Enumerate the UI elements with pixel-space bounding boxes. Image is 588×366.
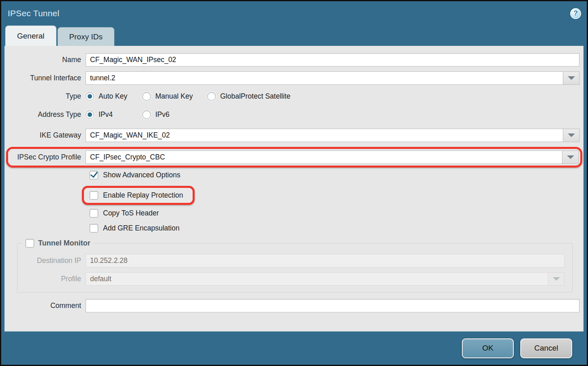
monitor-profile-dropdown-button — [548, 273, 564, 285]
radio-button-icon[interactable] — [207, 92, 216, 101]
chevron-down-icon — [568, 133, 575, 137]
tunnel-interface-select[interactable] — [86, 71, 579, 85]
chevron-down-icon — [568, 76, 575, 80]
monitor-profile-row: Profile — [17, 272, 568, 286]
radio-manual-key[interactable]: Manual Key — [142, 92, 207, 101]
ike-gateway-row: IKE Gateway — [5, 129, 583, 142]
add-gre-encapsulation-row: Add GRE Encapsulation — [90, 224, 583, 233]
chevron-down-icon — [567, 155, 574, 159]
tunnel-interface-value[interactable] — [86, 72, 563, 84]
radio-auto-key-label: Auto Key — [99, 92, 127, 101]
address-type-row: Address Type IPv4 IPv6 — [5, 110, 583, 119]
radio-button-icon[interactable] — [86, 92, 94, 101]
radio-button-icon[interactable] — [86, 110, 94, 119]
name-input[interactable] — [86, 53, 579, 67]
radio-ipv4-label: IPv4 — [99, 110, 113, 119]
radio-ipv4[interactable]: IPv4 — [86, 110, 142, 119]
enable-replay-protection-row: Enable Replay Protection — [90, 191, 183, 200]
tunnel-monitor-label: Tunnel Monitor — [38, 239, 90, 248]
crypto-profile-highlight-annotation: IPSec Crypto Profile — [6, 147, 582, 168]
tab-proxy-ids[interactable]: Proxy IDs — [58, 27, 114, 46]
address-type-radio-group: IPv4 IPv6 — [86, 110, 207, 119]
ok-button[interactable]: OK — [462, 338, 514, 358]
radio-auto-key[interactable]: Auto Key — [86, 92, 142, 101]
radio-button-icon[interactable] — [142, 92, 151, 101]
copy-tos-header-checkbox[interactable] — [90, 209, 98, 217]
dialog-titlebar: IPSec Tunnel ? — [1, 1, 587, 26]
tunnel-monitor-legend: Tunnel Monitor — [22, 239, 94, 248]
tunnel-interface-dropdown-button[interactable] — [563, 72, 579, 84]
add-gre-encapsulation-checkbox[interactable] — [90, 224, 98, 233]
type-row: Type Auto Key Manual Key GlobalProtect S… — [5, 92, 583, 101]
general-tab-panel: Name Tunnel Interface Type — [4, 46, 584, 332]
dialog-footer: OK Cancel — [1, 332, 587, 365]
monitor-profile-select — [86, 272, 564, 286]
enable-replay-protection-label: Enable Replay Protection — [103, 191, 183, 200]
replay-protection-highlight-annotation: Enable Replay Protection — [82, 186, 195, 205]
enable-replay-protection-checkbox[interactable] — [90, 191, 98, 200]
chevron-down-icon — [553, 277, 560, 281]
tunnel-interface-row: Tunnel Interface — [5, 71, 583, 85]
type-label: Type — [5, 92, 86, 101]
ipsec-tunnel-dialog: IPSec Tunnel ? General Proxy IDs Name Tu… — [0, 0, 588, 366]
monitor-profile-value — [86, 273, 548, 285]
ike-gateway-value[interactable] — [86, 129, 563, 142]
ipsec-crypto-profile-row: IPSec Crypto Profile — [8, 151, 580, 164]
tab-general[interactable]: General — [5, 26, 56, 46]
tunnel-interface-label: Tunnel Interface — [5, 74, 86, 82]
cancel-button[interactable]: Cancel — [520, 338, 572, 358]
radio-button-icon[interactable] — [142, 110, 151, 119]
ike-gateway-label: IKE Gateway — [5, 131, 86, 140]
monitor-profile-label: Profile — [17, 275, 86, 283]
destination-ip-row: Destination IP — [17, 254, 568, 267]
tunnel-monitor-section: Tunnel Monitor Destination IP Profile — [17, 239, 573, 293]
add-gre-encapsulation-label: Add GRE Encapsulation — [103, 224, 180, 233]
ike-gateway-dropdown-button[interactable] — [563, 129, 579, 142]
type-radio-group: Auto Key Manual Key GlobalProtect Satell… — [86, 92, 290, 101]
show-advanced-options-checkbox[interactable] — [90, 171, 98, 179]
radio-globalprotect-satellite-label: GlobalProtect Satellite — [220, 92, 290, 101]
ipsec-crypto-profile-label: IPSec Crypto Profile — [8, 153, 86, 161]
ipsec-crypto-profile-value[interactable] — [86, 151, 562, 164]
address-type-label: Address Type — [5, 110, 86, 119]
copy-tos-header-label: Copy ToS Header — [103, 209, 159, 217]
comment-input[interactable] — [86, 299, 579, 312]
destination-ip-label: Destination IP — [17, 256, 86, 265]
comment-row: Comment — [5, 299, 583, 312]
ipsec-crypto-profile-select[interactable] — [86, 151, 579, 164]
ike-gateway-select[interactable] — [86, 129, 579, 142]
help-icon[interactable]: ? — [570, 8, 581, 19]
show-advanced-options-label: Show Advanced Options — [103, 171, 180, 179]
radio-ipv6-label: IPv6 — [155, 110, 170, 119]
tunnel-monitor-checkbox[interactable] — [26, 239, 34, 248]
copy-tos-header-row: Copy ToS Header — [90, 209, 583, 217]
radio-ipv6[interactable]: IPv6 — [142, 110, 207, 119]
ipsec-crypto-profile-dropdown-button[interactable] — [562, 151, 578, 164]
destination-ip-input — [86, 254, 564, 267]
radio-manual-key-label: Manual Key — [155, 92, 193, 101]
show-advanced-options-row: Show Advanced Options — [90, 171, 583, 179]
tab-bar: General Proxy IDs — [1, 26, 587, 46]
comment-label: Comment — [5, 301, 86, 310]
name-label: Name — [5, 56, 86, 64]
dialog-title: IPSec Tunnel — [8, 9, 59, 18]
name-row: Name — [5, 53, 583, 67]
radio-globalprotect-satellite[interactable]: GlobalProtect Satellite — [207, 92, 290, 101]
